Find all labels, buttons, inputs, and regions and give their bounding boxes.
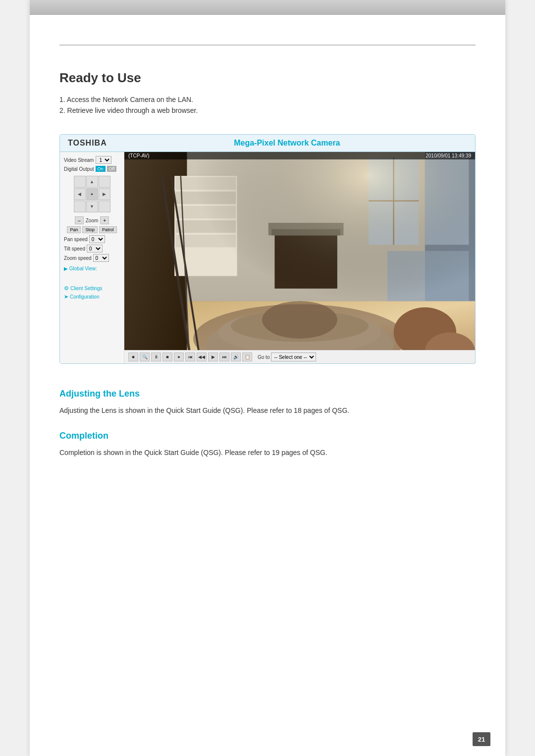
video-stream-label: Video Stream — [64, 157, 94, 163]
ptz-container: ▲ ◀ ● ▶ ▼ — [72, 176, 112, 212]
camera-ui-header: TOSHIBA Mega-Pixel Network Camera — [60, 135, 475, 152]
ptz-center[interactable]: ● — [86, 188, 98, 200]
ptz-up[interactable]: ▲ — [86, 176, 98, 188]
tilt-speed-row: Tilt speed 012 — [64, 245, 120, 252]
step-2: 2. Retrieve live video through a web bro… — [59, 106, 476, 114]
zoom-plus-button[interactable]: + — [100, 216, 109, 224]
protocol-label: (TCP-AV) — [128, 153, 150, 158]
tilt-speed-select[interactable]: 012 — [87, 245, 103, 252]
ptz-grid: ▲ ◀ ● ▶ ▼ — [74, 176, 110, 212]
pan-speed-select[interactable]: 012 — [89, 235, 105, 243]
timestamp-label: 2010/09/01 13:49:39 — [426, 153, 471, 158]
zoom-row: – Zoom + — [64, 216, 120, 224]
client-settings-link[interactable]: ⚙ Client Settings — [64, 285, 120, 292]
page-number: 21 — [473, 732, 490, 746]
adjusting-lens-body: Adjusting the Lens is shown in the Quick… — [59, 405, 476, 416]
intro-steps: 1. Access the Network Camera on the LAN.… — [59, 96, 476, 114]
toolbar-btn-6[interactable]: ⏮ — [185, 353, 195, 361]
camera-title: Mega-Pixel Network Camera — [107, 139, 467, 148]
completion-title: Completion — [59, 431, 476, 441]
ptz-right[interactable]: ▶ — [99, 188, 110, 200]
toolbar-btn-5[interactable]: ● — [174, 353, 184, 361]
video-top-bar: (TCP-AV) 2010/09/01 13:49:39 — [124, 152, 475, 159]
toshiba-logo: TOSHIBA — [68, 139, 107, 148]
digital-off-button[interactable]: Off — [107, 166, 117, 172]
toolbar-btn-4[interactable]: ■ — [162, 353, 172, 361]
toolbar-btn-1[interactable]: ■ — [128, 353, 138, 361]
patrol-button[interactable]: Patrol — [99, 226, 117, 233]
video-toolbar: ■ 🔍 ⏸ ■ ● ⏮ ◀◀ ▶ ⏭ 🔊 📋 Go to -- Select o… — [124, 350, 475, 363]
toolbar-btn-11[interactable]: 📋 — [242, 353, 252, 361]
tilt-speed-label: Tilt speed — [64, 246, 85, 252]
ptz-upper-right[interactable] — [99, 176, 110, 188]
video-feed — [124, 152, 475, 350]
pan-speed-label: Pan speed — [64, 237, 88, 242]
toolbar-btn-7[interactable]: ◀◀ — [197, 353, 207, 361]
camera-ui-body: Video Stream 1 2 Digital Output On Off ▲ — [60, 152, 475, 363]
ptz-down[interactable]: ▼ — [86, 201, 98, 212]
pan-speed-row: Pan speed 012 — [64, 235, 120, 243]
stop-button[interactable]: Stop — [82, 226, 98, 233]
configuration-link[interactable]: ➤ Configuration — [64, 294, 120, 300]
digital-on-button[interactable]: On — [96, 166, 106, 172]
toolbar-btn-3[interactable]: ⏸ — [151, 353, 161, 361]
ptz-lower-right[interactable] — [99, 201, 110, 212]
digital-output-row: Digital Output On Off — [64, 166, 120, 172]
video-stream-select[interactable]: 1 2 — [96, 156, 111, 164]
ptz-left[interactable]: ◀ — [74, 188, 86, 200]
goto-select[interactable]: -- Select one -- — [271, 353, 316, 361]
step-1: 1. Access the Network Camera on the LAN. — [59, 96, 476, 103]
zoom-speed-select[interactable]: 012 — [93, 254, 109, 262]
camera-ui-box: TOSHIBA Mega-Pixel Network Camera Video … — [59, 134, 476, 364]
pan-button[interactable]: Pan — [67, 226, 81, 233]
toolbar-btn-8[interactable]: ▶ — [208, 353, 218, 361]
svg-rect-25 — [124, 152, 475, 350]
zoom-label: Zoom — [86, 218, 99, 223]
digital-output-label: Digital Output — [64, 166, 94, 172]
camera-left-panel: Video Stream 1 2 Digital Output On Off ▲ — [60, 152, 124, 363]
toolbar-btn-10[interactable]: 🔊 — [231, 353, 241, 361]
toolbar-btn-9[interactable]: ⏭ — [219, 353, 229, 361]
adjusting-lens-title: Adjusting the Lens — [59, 389, 476, 399]
video-stream-row: Video Stream 1 2 — [64, 156, 120, 164]
ptz-lower-left[interactable] — [74, 201, 86, 212]
completion-body: Completion is shown in the Quick Start G… — [59, 447, 476, 458]
global-view-link[interactable]: ▶ Global View: — [64, 266, 120, 271]
zoom-speed-row: Zoom speed 012 — [64, 254, 120, 262]
left-panel-bottom: ⚙ Client Settings ➤ Configuration — [64, 271, 120, 300]
video-area: (TCP-AV) 2010/09/01 13:49:39 — [124, 152, 475, 363]
ptz-upper-left[interactable] — [74, 176, 86, 188]
page-title: Ready to Use — [59, 70, 476, 86]
toolbar-btn-2[interactable]: 🔍 — [140, 353, 150, 361]
goto-label: Go to — [258, 354, 269, 360]
zoom-speed-label: Zoom speed — [64, 255, 92, 261]
zoom-minus-button[interactable]: – — [75, 216, 84, 224]
pan-patrol-row: Pan Stop Patrol — [64, 226, 120, 233]
